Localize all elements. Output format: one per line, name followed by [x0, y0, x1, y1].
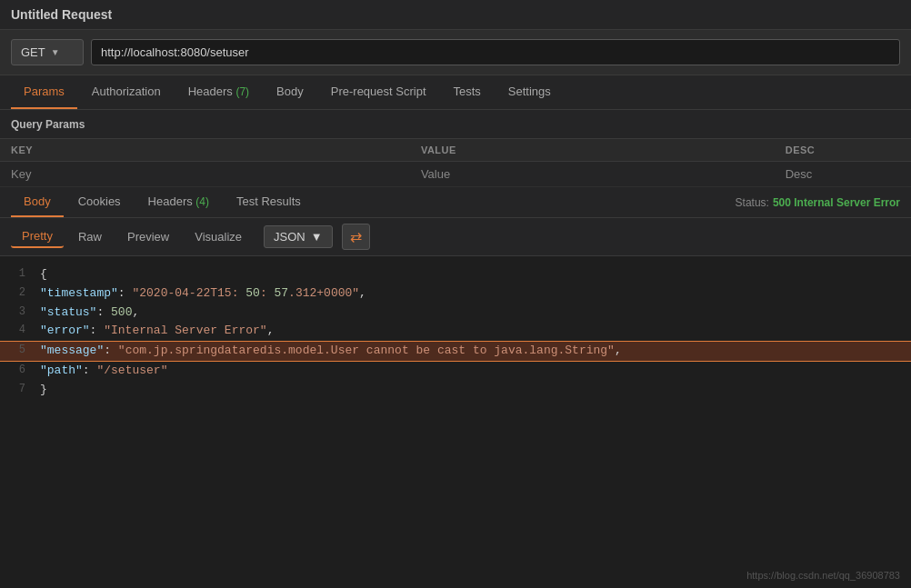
title-bar: Untitled Request [0, 0, 911, 30]
tab-settings[interactable]: Settings [496, 75, 564, 109]
request-tabs: Params Authorization Headers (7) Body Pr… [0, 75, 911, 110]
code-line: 2 "timestamp": "2020-04-22T15: 50: 57.31… [0, 284, 911, 304]
window-title: Untitled Request [11, 7, 112, 22]
tab-body[interactable]: Body [264, 75, 316, 109]
response-view-tabs: Pretty Raw Preview Visualize JSON ▼ ⇄ [0, 218, 911, 256]
url-bar: GET ▼ [0, 30, 911, 75]
code-line: 5 "message": "com.jp.springdataredis.mod… [0, 341, 911, 362]
line-content: "path": "/setuser" [40, 362, 911, 381]
method-dropdown[interactable]: GET ▼ [11, 39, 84, 65]
format-arrow: ▼ [311, 230, 323, 244]
table-row: Key Value Desc [0, 162, 911, 187]
view-tab-raw[interactable]: Raw [67, 226, 113, 247]
line-content: "timestamp": "2020-04-22T15: 50: 57.312+… [40, 284, 911, 304]
method-label: GET [21, 45, 45, 59]
code-line: 6 "path": "/setuser" [0, 362, 911, 381]
col-value: VALUE [410, 139, 775, 162]
line-content: } [40, 381, 911, 400]
line-content: "message": "com.jp.springdataredis.model… [40, 342, 911, 361]
value-cell[interactable]: Value [410, 162, 775, 187]
resp-tab-body[interactable]: Body [11, 187, 64, 217]
line-number: 6 [0, 362, 40, 379]
format-dropdown[interactable]: JSON ▼ [264, 225, 333, 248]
col-desc: DESC [775, 139, 911, 162]
resp-tab-cookies[interactable]: Cookies [65, 187, 134, 217]
key-cell[interactable]: Key [0, 162, 410, 187]
col-key: KEY [0, 139, 410, 162]
code-line: 3 "status": 500, [0, 304, 911, 323]
view-tab-visualize[interactable]: Visualize [184, 226, 253, 247]
line-number: 4 [0, 322, 40, 339]
line-content: { [40, 265, 911, 284]
desc-cell[interactable]: Desc [775, 162, 911, 187]
view-tab-preview[interactable]: Preview [116, 226, 180, 247]
status-label: Status: [736, 196, 769, 209]
tab-params[interactable]: Params [11, 75, 77, 109]
resp-headers-badge: (4) [195, 195, 209, 208]
response-tabs: Body Cookies Headers (4) Test Results St… [0, 187, 911, 218]
line-number: 1 [0, 265, 40, 283]
line-number: 3 [0, 304, 40, 321]
code-line: 7} [0, 381, 911, 400]
query-params-section: Query Params [0, 110, 911, 139]
status-value: 500 Internal Server Error [773, 196, 900, 209]
tab-authorization[interactable]: Authorization [79, 75, 174, 109]
format-label: JSON [274, 230, 305, 244]
line-number: 5 [0, 342, 40, 359]
line-number: 7 [0, 381, 40, 398]
resp-tab-test-results[interactable]: Test Results [224, 187, 314, 217]
method-arrow: ▼ [51, 47, 60, 57]
url-input[interactable] [91, 39, 900, 65]
status-area: Status: 500 Internal Server Error [736, 196, 900, 209]
view-tab-pretty[interactable]: Pretty [11, 225, 64, 248]
watermark: https://blog.csdn.net/qq_36908783 [746, 570, 900, 581]
resp-tab-headers[interactable]: Headers (4) [135, 187, 222, 217]
line-number: 2 [0, 284, 40, 302]
query-params-title: Query Params [11, 118, 85, 131]
tab-headers[interactable]: Headers (7) [175, 75, 262, 109]
headers-badge: (7) [235, 85, 249, 98]
wrap-button[interactable]: ⇄ [342, 224, 370, 250]
tab-pre-request[interactable]: Pre-request Script [318, 75, 439, 109]
params-table: KEY VALUE DESC Key Value Desc [0, 139, 911, 187]
line-content: "error": "Internal Server Error", [40, 322, 911, 341]
code-view: 1{2 "timestamp": "2020-04-22T15: 50: 57.… [0, 256, 911, 409]
code-line: 1{ [0, 265, 911, 284]
code-line: 4 "error": "Internal Server Error", [0, 322, 911, 341]
wrap-icon: ⇄ [350, 228, 362, 245]
tab-tests[interactable]: Tests [441, 75, 494, 109]
line-content: "status": 500, [40, 304, 911, 323]
